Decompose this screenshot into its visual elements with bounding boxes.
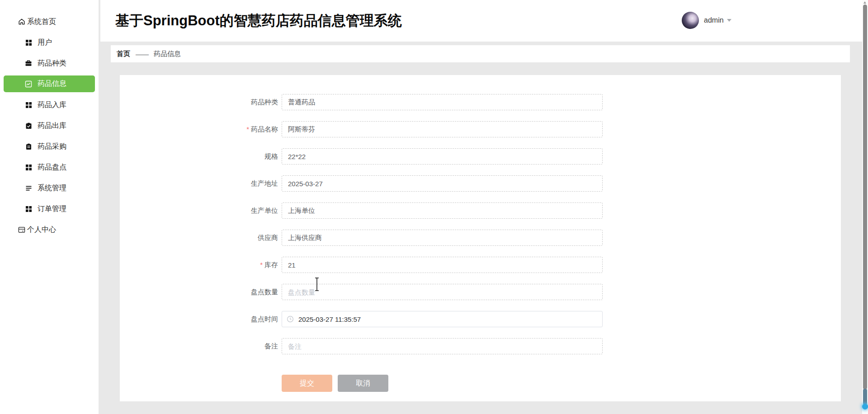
field-label: *药品名称 [120,121,278,137]
required-asterisk: * [246,125,249,133]
form-row-stocktake-quantity: 盘点数量 [120,284,841,300]
card-icon [18,226,25,233]
sidebar-item-drug-info[interactable]: 药品信息 [4,75,95,92]
sidebar-item-order-management[interactable]: 订单管理 [0,198,99,219]
breadcrumb: 首页 —— 药品信息 [111,45,850,62]
chevron-down-icon [727,19,731,22]
sidebar-item-label: 药品信息 [38,79,66,89]
grid-icon [25,101,32,108]
sidebar-item-drug-outbound[interactable]: 药品出库 [0,115,99,136]
supplier-input[interactable] [282,230,603,246]
field-label: 生产地址 [120,175,278,192]
chart-line-icon [25,80,32,88]
sidebar-item-label: 药品采购 [38,142,66,151]
sidebar-item-label: 药品种类 [38,59,66,68]
sidebar-item-drug-stocktake[interactable]: 药品盘点 [0,157,99,178]
clock-icon [287,315,294,323]
form-row-drug-name: *药品名称 [120,121,841,137]
top-header: 基于SpringBoot的智慧药店药品信息管理系统 [100,0,863,42]
form-row-stock: *库存 [120,257,841,273]
stocktake-time-input[interactable] [282,311,603,327]
grid-icon [25,164,32,171]
sidebar-item-drug-category[interactable]: 药品种类 [0,53,99,74]
stocktake-quantity-input[interactable] [282,284,603,300]
briefcase-icon [25,60,32,67]
sidebar-item-label: 药品盘点 [38,163,66,172]
remark-input[interactable] [282,338,603,354]
scrollbar-thumb-end[interactable] [863,389,867,405]
form-card: 药品种类 *药品名称 规格 生产地址 生产单位 供应商 *库存 盘点数量 盘点时… [120,75,841,401]
field-label: 备注 [120,338,278,354]
sidebar-item-drug-inbound[interactable]: 药品入库 [0,94,99,115]
form-actions: 提交 取消 [282,375,388,392]
sidebar-item-label: 个人中心 [27,225,56,235]
form-row-spec: 规格 [120,148,841,165]
form-row-drug-category: 药品种类 [120,94,841,110]
form-row-production-address: 生产地址 [120,175,841,192]
user-menu[interactable]: admin [682,12,731,29]
sidebar-item-label: 系统管理 [38,183,66,193]
avatar[interactable] [682,12,699,29]
form-row-remark: 备注 [120,338,841,354]
sidebar-item-personal-center[interactable]: 个人中心 [0,219,99,240]
clipboard-lines-icon [25,143,32,150]
grid-icon [25,39,32,46]
sidebar-item-label: 药品出库 [38,121,66,131]
production-address-input[interactable] [282,175,603,192]
sidebar-item-drug-purchase[interactable]: 药品采购 [0,136,99,157]
clipboard-check-icon [25,122,32,129]
field-label: *库存 [120,257,278,273]
required-asterisk: * [260,261,263,268]
drug-category-input[interactable] [282,94,603,110]
field-label: 生产单位 [120,202,278,219]
sidebar: 系统首页 用户 药品种类 药品信息 药品入库 药品出库 药品采购 [0,0,99,414]
sidebar-item-label: 药品入库 [38,100,66,110]
breadcrumb-separator: —— [136,50,148,58]
submit-button[interactable]: 提交 [282,375,332,392]
production-unit-input[interactable] [282,202,603,219]
home-icon [18,18,25,25]
breadcrumb-current: 药品信息 [154,50,181,58]
sidebar-item-system-home[interactable]: 系统首页 [0,11,99,32]
field-label: 盘点时间 [120,311,278,327]
page-title: 基于SpringBoot的智慧药店药品信息管理系统 [115,0,402,42]
sidebar-item-label: 用户 [38,38,52,47]
field-label: 盘点数量 [120,284,278,300]
form-row-stocktake-time: 盘点时间 [120,311,841,327]
sidebar-item-system-management[interactable]: 系统管理 [0,178,99,198]
cancel-button[interactable]: 取消 [338,375,388,392]
field-label: 供应商 [120,230,278,246]
user-name: admin [704,16,724,24]
scrollbar-track[interactable] [862,0,868,414]
text-cursor-icon [314,277,320,293]
sidebar-item-label: 系统首页 [27,17,56,27]
scrollbar-blue-indicator [862,404,868,409]
scrollbar-thumb[interactable] [863,5,867,390]
spec-input[interactable] [282,148,603,165]
form-row-supplier: 供应商 [120,230,841,246]
scroll-up-arrow-icon[interactable] [863,1,866,4]
field-label: 药品种类 [120,94,278,110]
grid-icon [25,205,32,212]
drug-name-input[interactable] [282,121,603,137]
sidebar-item-label: 订单管理 [38,204,66,214]
stock-input[interactable] [282,257,603,273]
field-label: 规格 [120,148,278,165]
sidebar-item-users[interactable]: 用户 [0,32,99,53]
menu-lines-icon [25,184,32,192]
breadcrumb-home-link[interactable]: 首页 [117,50,130,58]
form-row-production-unit: 生产单位 [120,202,841,219]
